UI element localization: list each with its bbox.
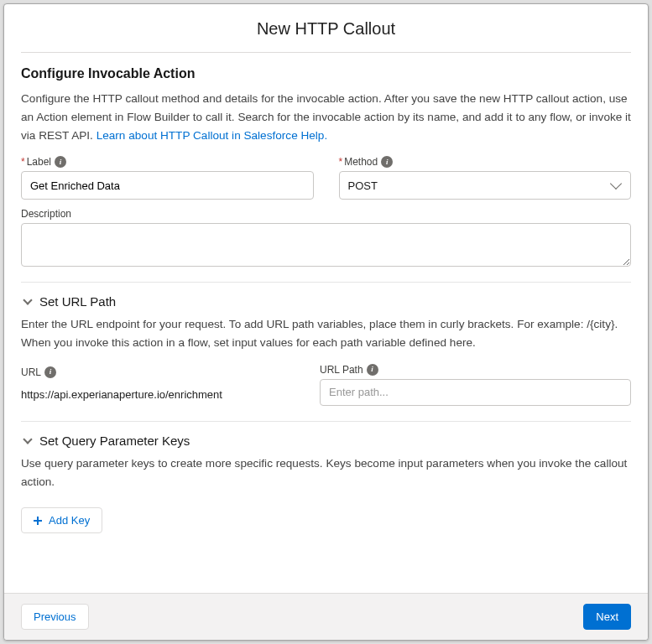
method-select[interactable]: POST: [339, 171, 632, 200]
label-method-row: *Label *Method POST: [21, 156, 631, 200]
url-label: URL: [21, 366, 306, 378]
modal-body: Configure Invocable Action Configure the…: [4, 53, 648, 593]
divider: [21, 282, 631, 283]
url-path-label-text: URL Path: [320, 364, 363, 376]
add-key-button[interactable]: Add Key: [21, 507, 102, 533]
label-input[interactable]: [21, 171, 314, 200]
modal-footer: Previous Next: [4, 593, 648, 640]
url-path-col: URL Path: [320, 364, 631, 406]
plus-icon: [34, 517, 42, 525]
method-field-col: *Method POST: [339, 156, 632, 200]
url-row: URL https://api.experianaperture.io/enri…: [21, 364, 631, 406]
description-label-text: Description: [21, 208, 71, 220]
description-textarea[interactable]: [21, 223, 631, 267]
divider: [21, 421, 631, 422]
url-label-text: URL: [21, 366, 41, 378]
url-path-section-toggle[interactable]: Set URL Path: [21, 294, 631, 309]
url-value: https://api.experianaperture.io/enrichme…: [21, 382, 306, 406]
required-asterisk: *: [339, 156, 343, 168]
modal-header: New HTTP Callout: [21, 4, 631, 53]
description-field-col: Description: [21, 208, 631, 267]
url-path-section-title: Set URL Path: [39, 294, 116, 309]
previous-button[interactable]: Previous: [21, 604, 89, 630]
url-col: URL https://api.experianaperture.io/enri…: [21, 366, 306, 406]
info-icon[interactable]: [381, 156, 393, 168]
modal-new-http-callout: New HTTP Callout Configure Invocable Act…: [3, 3, 649, 641]
info-icon[interactable]: [367, 364, 378, 376]
query-param-section-toggle[interactable]: Set Query Parameter Keys: [21, 434, 631, 448]
modal-title: New HTTP Callout: [21, 19, 631, 39]
label-field-label: *Label: [21, 156, 314, 168]
query-param-section-title: Set Query Parameter Keys: [39, 434, 190, 448]
help-link[interactable]: Learn about HTTP Callout in Salesforce H…: [96, 129, 328, 142]
required-asterisk: *: [21, 156, 25, 168]
method-selected-value: POST: [348, 179, 378, 192]
info-icon[interactable]: [44, 366, 56, 378]
next-button[interactable]: Next: [583, 604, 631, 630]
query-param-description: Use query parameter keys to create more …: [21, 454, 631, 491]
url-path-label: URL Path: [320, 364, 631, 376]
chevron-down-icon: [610, 178, 622, 190]
url-path-input[interactable]: [320, 379, 631, 406]
intro-description: Configure the HTTP callout method and de…: [21, 90, 631, 144]
section-heading-configure: Configure Invocable Action: [21, 66, 631, 81]
info-icon[interactable]: [55, 156, 66, 168]
chevron-down-icon: [23, 296, 32, 305]
add-key-label: Add Key: [49, 514, 90, 527]
description-field-label: Description: [21, 208, 631, 220]
label-field-col: *Label: [21, 156, 314, 200]
chevron-down-icon: [23, 434, 32, 444]
label-text: Label: [27, 156, 51, 168]
method-field-label: *Method: [339, 156, 632, 168]
url-path-description: Enter the URL endpoint for your request.…: [21, 315, 631, 352]
method-text: Method: [344, 156, 378, 168]
